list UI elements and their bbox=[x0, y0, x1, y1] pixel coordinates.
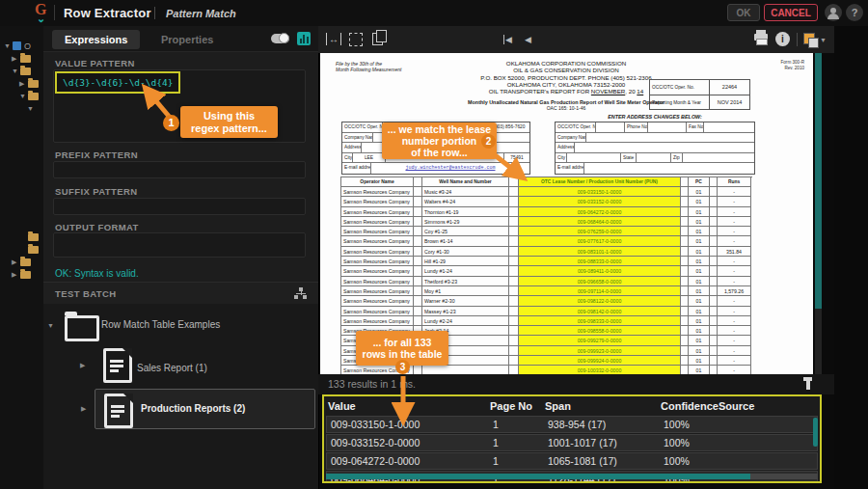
results-row[interactable]: 009-033152-0-000011001-1017 (17)100% bbox=[326, 434, 818, 451]
doc-cell bbox=[414, 257, 422, 266]
expand-arrow-icon[interactable]: ▶ bbox=[19, 80, 28, 88]
results-vscrollbar-thumb[interactable] bbox=[813, 418, 818, 447]
expand-arrow-icon[interactable]: ▶ bbox=[81, 405, 90, 413]
doc-cell: - bbox=[718, 197, 751, 206]
bg-tree-top: ▼O▶▼▶▼▼ bbox=[0, 40, 43, 115]
right-gutter bbox=[834, 26, 868, 489]
expand-arrow-icon[interactable]: ▶ bbox=[80, 362, 89, 369]
doc-cell: Samson Resources Company bbox=[341, 257, 414, 266]
doc-table-row: Samson Resources CompanyLundy #2-24009-0… bbox=[341, 316, 752, 326]
results-cell: 100% bbox=[664, 417, 690, 432]
document-page[interactable]: File by the 30th of the Month Following … bbox=[320, 53, 813, 374]
bg-tree-item[interactable]: ▼O bbox=[0, 40, 43, 52]
expand-arrow-icon[interactable]: ▼ bbox=[12, 68, 20, 74]
doc-cell: 009-033150-1-0000 bbox=[519, 187, 681, 197]
expand-arrow-icon[interactable]: ▼ bbox=[19, 93, 28, 99]
bg-tree-item[interactable]: ▼ bbox=[0, 90, 43, 102]
results-hscrollbar-thumb[interactable] bbox=[326, 474, 750, 479]
tab-expressions[interactable]: Expressions bbox=[52, 30, 140, 49]
bg-tree-item[interactable]: ▶ bbox=[0, 268, 43, 281]
page-scrollbar[interactable] bbox=[815, 53, 822, 374]
tree-item-folder[interactable]: Row Match Table Examples bbox=[101, 319, 220, 330]
marquee-select-icon[interactable] bbox=[349, 33, 363, 46]
doc-cell: 009-089411-0-0000 bbox=[519, 266, 681, 276]
statistics-icon[interactable] bbox=[297, 32, 311, 45]
prefix-pattern-input[interactable] bbox=[53, 161, 306, 178]
doc-cell bbox=[710, 187, 718, 197]
results-hscrollbar[interactable] bbox=[326, 474, 818, 479]
doc-cell: 01 bbox=[689, 326, 710, 336]
doc-cell bbox=[681, 336, 689, 345]
doc-cell bbox=[710, 286, 718, 296]
prev-page-button[interactable]: ◀ bbox=[525, 35, 531, 44]
doc-cell bbox=[710, 277, 718, 286]
doc-cell: 01 bbox=[689, 366, 710, 374]
bg-tree-item[interactable]: ▼ bbox=[0, 65, 43, 77]
expand-arrow-icon[interactable]: ▼ bbox=[47, 322, 56, 329]
row-extractor-window: G ⌄ Row Extractor Pattern Match OK CANCE… bbox=[0, 0, 868, 489]
doc-cell: Samson Resources Company bbox=[341, 227, 414, 236]
doc-cell bbox=[414, 266, 422, 276]
results-header-cell: Value bbox=[328, 396, 356, 416]
doc-table-row: Samson Resources CompanySimmons #1-29009… bbox=[341, 217, 752, 227]
address-changes-banner: ENTER ADDRESS CHANGES BELOW: bbox=[555, 114, 755, 120]
doc-cell: 01 bbox=[689, 257, 710, 266]
expand-arrow-icon[interactable]: ▶ bbox=[12, 258, 20, 266]
first-page-button[interactable]: ◀ bbox=[503, 35, 512, 44]
doc-cell: 01 bbox=[689, 266, 710, 276]
value-pattern-input[interactable]: \d{3}-\d{6}-\d-\d{4} bbox=[55, 71, 180, 94]
pages-icon[interactable] bbox=[372, 33, 383, 45]
doc-cell: 01 bbox=[689, 236, 710, 246]
info-icon[interactable]: i bbox=[775, 32, 790, 46]
doc-cell bbox=[681, 217, 689, 227]
output-format-input[interactable] bbox=[53, 232, 306, 258]
doc-table-row: Samson Resources CompanyHill #1-29009-08… bbox=[341, 257, 752, 266]
results-cell: 1 bbox=[493, 453, 499, 469]
suffix-pattern-input[interactable] bbox=[53, 198, 306, 215]
tree-item-sales-report[interactable]: Sales Report (1) bbox=[137, 363, 207, 373]
expand-arrow-icon[interactable]: ▼ bbox=[4, 42, 13, 49]
page-scrollbar-thumb[interactable] bbox=[815, 53, 822, 309]
layers-icon[interactable] bbox=[803, 33, 815, 44]
doc-cell: 01 bbox=[689, 227, 710, 236]
results-row[interactable]: 009-033150-1-00001938-954 (17)100% bbox=[326, 416, 818, 433]
results-header-cell: Confidence bbox=[661, 396, 719, 416]
hierarchy-icon[interactable] bbox=[294, 287, 308, 299]
bg-tree-item[interactable] bbox=[0, 243, 43, 256]
tab-properties[interactable]: Properties bbox=[161, 34, 213, 45]
help-icon[interactable]: ? bbox=[846, 4, 863, 21]
doc-cell bbox=[509, 336, 519, 345]
doc-cell: Music #3-24 bbox=[422, 187, 509, 197]
expand-arrow-icon[interactable]: ▶ bbox=[12, 55, 20, 63]
bg-tree-item[interactable]: ▶ bbox=[0, 52, 43, 65]
bg-tree-item[interactable] bbox=[0, 231, 43, 243]
prefix-pattern-label: PREFIX PATTERN bbox=[55, 149, 138, 160]
results-cell: 100% bbox=[664, 453, 690, 469]
chevron-down-icon[interactable]: ▼ bbox=[820, 37, 827, 43]
preview-toggle[interactable] bbox=[271, 34, 289, 43]
doc-cell: Cory #1-30 bbox=[422, 247, 509, 257]
flashlight-icon[interactable] bbox=[803, 377, 812, 381]
cancel-button[interactable]: CANCEL bbox=[764, 4, 818, 21]
doc-cell bbox=[414, 187, 422, 197]
document-icon bbox=[104, 394, 133, 428]
user-account-icon[interactable] bbox=[825, 4, 842, 21]
doc-cell bbox=[414, 217, 422, 227]
folder-icon bbox=[20, 68, 31, 75]
bg-tree-item[interactable]: ▼ bbox=[0, 102, 43, 115]
bg-tree-item[interactable]: ▶ bbox=[0, 256, 43, 268]
expand-arrow-icon[interactable]: ▶ bbox=[12, 271, 20, 279]
print-icon[interactable] bbox=[754, 34, 768, 41]
expand-arrow-icon[interactable]: ▼ bbox=[27, 105, 36, 112]
doc-cell bbox=[509, 346, 519, 356]
doc-cell: 01 bbox=[689, 307, 710, 316]
doc-cell bbox=[509, 227, 519, 236]
results-row[interactable]: 009-064272-0-000011065-1081 (17)100% bbox=[326, 452, 818, 470]
tree-item-production-reports[interactable]: ▶ Production Reports (2) bbox=[95, 389, 315, 429]
doc-cell bbox=[509, 286, 519, 296]
bg-tree-item[interactable]: ▶ bbox=[0, 77, 43, 90]
fit-width-icon[interactable]: ↔ bbox=[326, 33, 341, 45]
doc-cell: Massey #1-23 bbox=[422, 307, 509, 316]
doc-cell: 01 bbox=[689, 356, 710, 366]
ok-button[interactable]: OK bbox=[727, 4, 760, 21]
